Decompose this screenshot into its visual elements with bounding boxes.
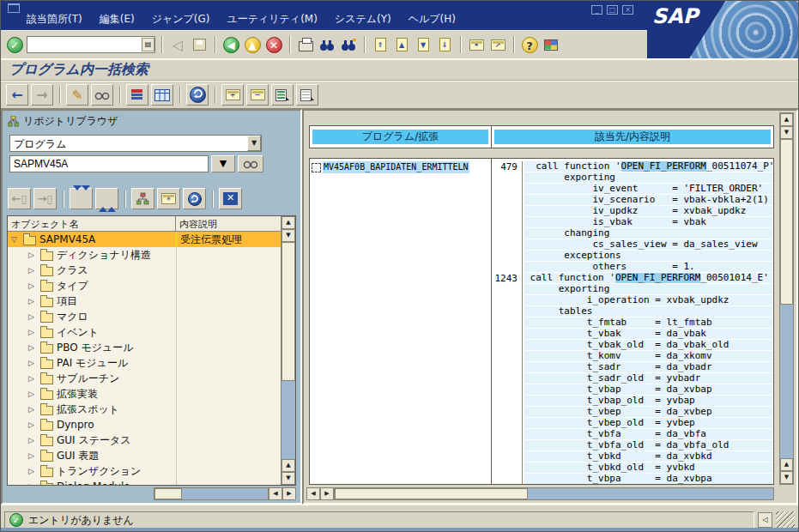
tree-scroll-thumb[interactable] [281,242,295,381]
tree-root-row[interactable]: ▽ SAPMV45A 受注伝票処理 [8,232,281,247]
code-line[interactable]: t_vbep_old = yvbep [492,418,773,429]
table-view-button[interactable] [151,84,173,106]
results-hscroll-thumb[interactable] [335,488,528,499]
tree-item[interactable]: ▷ディクショナリ構造 [8,247,281,263]
code-line[interactable]: 479 call function 'OPEN_FI_PERFORM_00511… [492,161,773,172]
code-line[interactable]: others = 1. [492,262,773,273]
results-vertical-scrollbar[interactable]: ▲ ▼ ▲ ▼ [779,112,794,485]
triangle-closed-icon[interactable]: ▷ [28,467,37,475]
close-button[interactable]: × [622,5,633,15]
chevron-down-icon[interactable]: ▼ [247,136,261,151]
triangle-closed-icon[interactable]: ▷ [28,251,37,259]
triangle-closed-icon[interactable]: ▷ [28,405,37,414]
code-line[interactable]: iv_scenario = vbak-vbkla+2(1) [492,195,773,206]
scroll-up-icon[interactable]: ▲ [780,113,793,126]
enter-button[interactable]: ✓ [5,34,24,55]
next-page-button[interactable]: ▼ [414,34,433,55]
display-button[interactable] [91,84,113,106]
tree-item[interactable]: ▷PBO モジュール [8,340,281,355]
scroll-down-icon[interactable]: ▼ [281,229,295,242]
triangle-closed-icon[interactable]: ▷ [28,420,37,429]
create-shortcut-button[interactable]: ↗ [488,34,507,55]
code-line[interactable]: cs_sales_view = da_sales_view [492,239,773,251]
tree-item[interactable]: ▷拡張実装 [8,386,281,402]
menu-item[interactable]: ヘルプ(H) [400,9,464,29]
code-line[interactable]: iv_updkz = xvbak_updkz [492,206,773,217]
tree-refresh-button[interactable] [183,188,206,209]
history-back-button[interactable]: ← [6,84,28,106]
tree-item[interactable]: ▷トランザクション [8,463,281,479]
other-object-button[interactable]: ✳ [157,188,180,209]
cancel-button[interactable]: ✕ [264,34,283,55]
tree-history-forward-button[interactable]: →▯ [33,188,57,209]
triangle-closed-icon[interactable]: ▷ [28,297,37,305]
code-line[interactable]: is_vbak = vbak [492,217,773,228]
menu-item[interactable]: 該当箇所(T) [18,9,91,29]
tree-item[interactable]: ▷GUI ステータス [8,432,281,448]
scroll-right-icon[interactable]: ▶ [282,487,296,500]
code-line[interactable]: 1243 call function 'OPEN_FI_PERFORM_0050… [492,273,773,284]
close-browser-button[interactable]: ✕ [219,188,242,209]
scroll-right-icon[interactable]: ▶ [320,487,334,500]
code-line[interactable]: tables [492,306,773,317]
resize-grip[interactable] [776,511,795,529]
expand-all-button[interactable]: + [221,84,244,106]
code-line[interactable]: t_sadr_old = yvbadr [492,373,773,384]
code-line[interactable]: t_vbak_old = da_vbak_old [492,340,773,351]
triangle-closed-icon[interactable]: ▷ [28,390,37,398]
menu-item[interactable]: システム(Y) [326,9,400,29]
scroll-up-icon[interactable]: ▲ [281,216,295,229]
triangle-closed-icon[interactable]: ▷ [28,281,37,290]
command-input[interactable] [27,38,142,51]
triangle-closed-icon[interactable]: ▷ [28,312,37,321]
refresh-button[interactable] [186,84,209,106]
scroll-up-icon[interactable]: ▲ [281,459,295,472]
back-nav-button[interactable]: ◁ [168,34,187,55]
save-button[interactable] [190,34,209,55]
execution-flow-button[interactable] [126,84,148,106]
code-line[interactable]: t_vbap = da_xvbap [492,384,773,396]
tree-history-back-button[interactable]: ←▯ [8,188,31,209]
code-line[interactable]: changing [492,228,773,239]
find-button[interactable] [318,34,336,55]
triangle-closed-icon[interactable]: ▷ [28,328,37,336]
triangle-open-icon[interactable]: ▽ [11,235,20,244]
program-row[interactable]: MV45AF0B_BAPIDATEN_ERMITTELN [310,161,491,173]
results-scroll-track[interactable] [780,139,793,458]
tree-item[interactable]: ▷Dialog Module [8,479,281,485]
code-line[interactable]: t_vbfa = da_vbfa [492,429,773,440]
triangle-closed-icon[interactable]: ▷ [28,266,37,275]
help-button[interactable]: ? [520,34,539,55]
new-session-button[interactable]: ✶ [467,34,486,55]
code-line[interactable]: t_vbkd_old = yvbkd [492,462,773,474]
tree-item[interactable]: ▷GUI 表題 [8,448,281,463]
triangle-closed-icon[interactable]: ▷ [28,436,37,444]
tree-item[interactable]: ▷PAI モジュール [8,355,281,371]
tree-scroll-track[interactable] [281,242,295,459]
results-scroll-thumb[interactable] [780,139,793,305]
tree-item[interactable]: ▷イベント [8,324,281,340]
code-line[interactable]: t_komv = da_xkomv [492,351,773,362]
tree-horizontal-scrollbar[interactable]: ◀ ▶ [154,487,296,500]
command-history-icon[interactable]: ▤ [142,38,154,51]
code-line[interactable]: iv_event = 'FILTER_ORDER' [492,184,773,195]
tree-item[interactable]: ▷クラス [8,263,281,278]
tree-item[interactable]: ▷項目 [8,293,281,309]
code-line[interactable]: t_vbpa = da_xvbpa [492,474,773,485]
tree-item[interactable]: ▷Dynpro [8,417,281,432]
edit-button[interactable]: ✎ [66,84,88,106]
code-line[interactable]: i_operation = xvbak_updkz [492,295,773,306]
previous-page-button[interactable]: ▲ [392,34,411,55]
object-type-select[interactable]: プログラム ▼ [9,135,262,152]
tree-item[interactable]: ▷タイプ [8,278,281,293]
code-line[interactable]: t_vbfa_old = da_vbfa_old [492,440,773,451]
menu-item[interactable]: ジャンプ(G) [143,9,219,29]
tree-item[interactable]: ▷拡張スポット [8,402,281,417]
print-button[interactable] [296,34,315,55]
scroll-up-icon[interactable]: ▲ [780,458,793,471]
object-dropdown-button[interactable]: ▼ [211,155,235,172]
menu-item[interactable]: ユーティリティ(M) [218,9,325,29]
code-line[interactable]: exporting [492,172,773,184]
list-detail-button[interactable] [296,84,318,106]
scroll-left-icon[interactable]: ◀ [306,487,320,500]
